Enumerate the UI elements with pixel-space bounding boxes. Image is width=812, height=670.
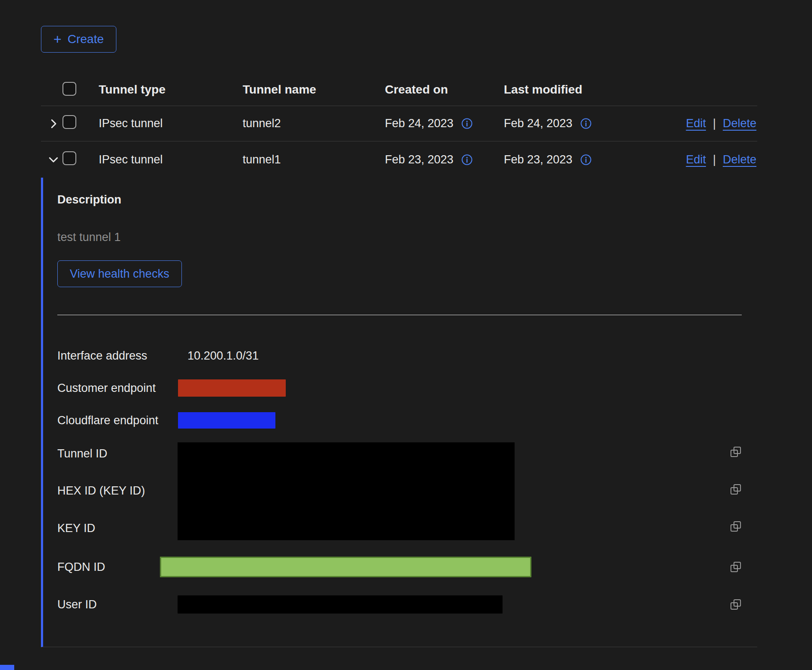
tunnels-table: Tunnel type Tunnel name Created on Last … xyxy=(41,73,757,647)
cloudflare-endpoint-redacted-value xyxy=(178,412,275,429)
row1-checkbox[interactable] xyxy=(62,115,76,129)
select-all-checkbox[interactable] xyxy=(62,82,76,96)
header-checkbox-cell xyxy=(62,82,90,97)
row1-checkbox-cell xyxy=(62,115,90,132)
tunnel-name-value: tunnel2 xyxy=(234,117,376,130)
last-modified-value: Feb 23, 2023 xyxy=(504,153,572,166)
row-actions: Edit | Delete xyxy=(686,153,757,166)
user-id-row: User ID xyxy=(57,595,757,614)
row-actions: Edit | Delete xyxy=(686,117,757,130)
fqdn-id-redacted-value xyxy=(160,557,531,577)
tunnel-type-value: IPsec tunnel xyxy=(90,153,234,166)
hex-id-label: HEX ID (KEY ID) xyxy=(57,484,145,498)
customer-endpoint-redacted-value xyxy=(178,379,286,397)
detail-fields: Interface address 10.200.1.0/31 Customer… xyxy=(57,345,757,614)
divider xyxy=(57,315,742,315)
tunnel-detail-panel: Description test tunnel 1 View health ch… xyxy=(41,178,757,647)
tunnel-name-value: tunnel1 xyxy=(234,153,376,166)
view-health-checks-label: View health checks xyxy=(70,267,169,281)
cloudflare-endpoint-label: Cloudflare endpoint xyxy=(57,414,178,427)
header-tunnel-type: Tunnel type xyxy=(90,83,234,97)
header-last-modified: Last modified xyxy=(495,83,661,97)
edit-link[interactable]: Edit xyxy=(686,117,706,130)
customer-endpoint-label: Customer endpoint xyxy=(57,382,178,395)
row2-checkbox[interactable] xyxy=(62,151,76,165)
table-row: IPsec tunnel tunnel2 Feb 24, 2023 Feb 24… xyxy=(41,106,757,141)
actions-separator: | xyxy=(713,153,716,166)
interface-address-value: 10.200.1.0/31 xyxy=(178,349,259,363)
interface-address-label: Interface address xyxy=(57,349,178,363)
cloudflare-endpoint-row: Cloudflare endpoint xyxy=(57,410,757,431)
info-icon[interactable] xyxy=(461,154,473,166)
user-id-redacted-value xyxy=(178,595,503,614)
plus-icon: + xyxy=(53,32,62,46)
tunnel-id-label: Tunnel ID xyxy=(57,447,107,460)
blue-corner-strip xyxy=(0,665,14,670)
info-icon[interactable] xyxy=(461,118,473,129)
key-id-label: KEY ID xyxy=(57,522,95,535)
copy-icon[interactable] xyxy=(730,520,742,532)
row2-checkbox-cell xyxy=(62,151,90,168)
info-icon[interactable] xyxy=(580,154,592,166)
tunnel-ids-group: Tunnel ID HEX ID (KEY ID) KEY ID xyxy=(57,442,757,542)
chevron-down-icon[interactable] xyxy=(47,153,60,166)
copy-icon[interactable] xyxy=(730,561,742,573)
fqdn-id-label: FQDN ID xyxy=(57,560,160,574)
description-label: Description xyxy=(57,193,757,207)
header-created-on: Created on xyxy=(376,83,495,97)
header-tunnel-name: Tunnel name xyxy=(234,83,376,97)
last-modified-cell: Feb 23, 2023 xyxy=(495,153,661,166)
copy-icon[interactable] xyxy=(730,483,742,495)
created-on-cell: Feb 24, 2023 xyxy=(376,117,495,130)
page-content: + Create Tunnel type Tunnel name Created… xyxy=(0,0,812,647)
chevron-right-icon[interactable] xyxy=(47,117,60,130)
row2-expander-cell xyxy=(41,153,62,166)
delete-link[interactable]: Delete xyxy=(723,117,756,130)
description-value: test tunnel 1 xyxy=(57,231,757,244)
actions-separator: | xyxy=(713,117,716,130)
view-health-checks-button[interactable]: View health checks xyxy=(57,260,182,287)
tunnel-type-value: IPsec tunnel xyxy=(90,117,234,130)
ids-redacted-value xyxy=(178,442,515,540)
create-button[interactable]: + Create xyxy=(41,26,116,53)
last-modified-cell: Feb 24, 2023 xyxy=(495,117,661,130)
interface-address-row: Interface address 10.200.1.0/31 xyxy=(57,345,757,366)
info-icon[interactable] xyxy=(580,118,592,129)
table-header-row: Tunnel type Tunnel name Created on Last … xyxy=(41,73,757,106)
created-on-value: Feb 23, 2023 xyxy=(385,153,453,166)
delete-link[interactable]: Delete xyxy=(723,153,756,166)
table-row: IPsec tunnel tunnel1 Feb 23, 2023 Feb 23… xyxy=(41,141,757,178)
customer-endpoint-row: Customer endpoint xyxy=(57,378,757,398)
edit-link[interactable]: Edit xyxy=(686,153,706,166)
created-on-value: Feb 24, 2023 xyxy=(385,117,453,130)
create-button-label: Create xyxy=(68,32,104,46)
created-on-cell: Feb 23, 2023 xyxy=(376,153,495,166)
copy-icon[interactable] xyxy=(730,446,742,458)
user-id-label: User ID xyxy=(57,598,178,611)
last-modified-value: Feb 24, 2023 xyxy=(504,117,572,130)
copy-icon[interactable] xyxy=(730,598,742,611)
fqdn-id-row: FQDN ID xyxy=(57,555,757,579)
row1-expander-cell xyxy=(41,117,62,130)
